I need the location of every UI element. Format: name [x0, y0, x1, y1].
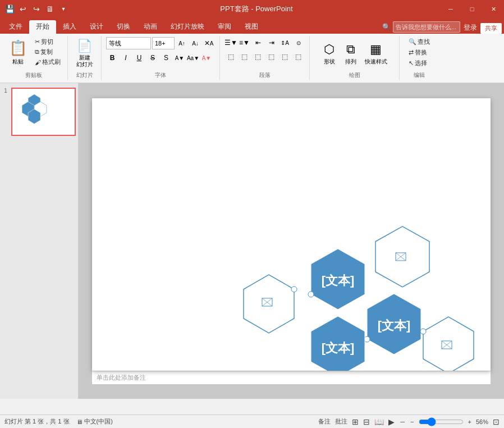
shadow-button[interactable]: S	[160, 52, 172, 63]
strikethrough-button[interactable]: S	[146, 52, 159, 63]
paste-icon: 📋	[9, 39, 27, 57]
find-button[interactable]: 🔍 查找	[406, 37, 432, 47]
drawing-content: ⬡ 形状 ⧉ 排列 ▦ 快速样式	[320, 37, 389, 70]
text-direction-button[interactable]: ⇕A	[279, 37, 291, 48]
replace-button[interactable]: ⇄ 替换	[406, 48, 429, 57]
underline-button[interactable]: U	[133, 52, 145, 63]
quick-style-button[interactable]: ▦ 快速样式	[363, 40, 389, 67]
justify-button[interactable]: ⬚	[265, 51, 278, 62]
redo-icon[interactable]: ↪	[31, 4, 42, 14]
cut-button[interactable]: ✂ 剪切	[33, 37, 63, 47]
edit-group: 🔍 查找 ⇄ 替换 ↖ 选择 编辑	[400, 36, 439, 80]
comments-button[interactable]: 批注	[335, 417, 347, 426]
shapes-label: 形状	[324, 58, 335, 66]
decrease-indent-button[interactable]: ⇤	[252, 37, 264, 48]
restore-button[interactable]: □	[466, 3, 478, 15]
reading-view-icon[interactable]: 📖	[374, 417, 384, 426]
align-center-button[interactable]: ⬚	[239, 51, 251, 62]
svg-text:[文本]: [文本]	[322, 341, 355, 355]
svg-point-8	[291, 286, 297, 292]
zoom-slider[interactable]	[419, 417, 464, 426]
notes-area[interactable]: 单击此处添加备注	[92, 371, 491, 384]
undo-icon[interactable]: ↩	[18, 4, 28, 14]
increase-indent-button[interactable]: ⇥	[265, 37, 278, 48]
tab-file[interactable]: 文件	[2, 20, 29, 34]
monitor-icon[interactable]: 🖥	[45, 4, 55, 14]
dropdown-icon[interactable]: ▼	[58, 4, 68, 14]
clear-format-button[interactable]: ✕A	[203, 38, 215, 49]
tab-design[interactable]: 设计	[83, 20, 110, 34]
zoom-separator: ─	[400, 418, 405, 425]
paste-button[interactable]: 📋 粘贴	[4, 37, 31, 68]
font-case-button[interactable]: Aa▼	[187, 52, 199, 63]
tab-animations[interactable]: 动画	[137, 20, 164, 34]
slide-sorter-icon[interactable]: ⊟	[363, 417, 370, 426]
slide-info: 幻灯片 第 1 张，共 1 张	[4, 417, 70, 426]
slide-thumbnail[interactable]	[11, 88, 76, 136]
clipboard-group-label: 剪贴板	[25, 70, 42, 79]
font-row-1: A↑ A↓ ✕A	[106, 37, 215, 49]
shapes-button[interactable]: ⬡ 形状	[320, 40, 338, 67]
align-left-button[interactable]: ⬚	[225, 51, 237, 62]
tab-transitions[interactable]: 切换	[110, 20, 137, 34]
notes-button[interactable]: 备注	[318, 417, 331, 426]
tab-review[interactable]: 审阅	[211, 20, 238, 34]
main-area: 1	[0, 83, 504, 399]
drawing-group-label: 绘图	[349, 70, 360, 79]
decrease-font-button[interactable]: A↓	[189, 38, 201, 49]
italic-button[interactable]: I	[120, 52, 132, 63]
bullet-list-button[interactable]: ☰▼	[225, 37, 237, 48]
format-painter-button[interactable]: 🖌 格式刷	[33, 57, 63, 67]
paste-label: 粘贴	[12, 58, 24, 66]
find-label: 查找	[418, 38, 430, 46]
drawing-group: ⬡ 形状 ⧉ 排列 ▦ 快速样式 绘图	[310, 36, 400, 80]
arrange-icon: ⧉	[346, 42, 355, 57]
align-right-button[interactable]: ⬚	[252, 51, 264, 62]
search-input[interactable]	[393, 21, 460, 33]
font-size-input[interactable]	[152, 37, 175, 49]
title-bar: 💾 ↩ ↪ 🖥 ▼ PPT套路 - PowerPoint ─ □ ✕	[0, 0, 504, 18]
zoom-level[interactable]: 56%	[476, 418, 488, 425]
minimize-button[interactable]: ─	[445, 3, 457, 15]
edit-content: 🔍 查找 ⇄ 替换 ↖ 选择	[406, 37, 432, 70]
slide-svg: [文本] [文本]	[92, 98, 491, 371]
zoom-in-button[interactable]: +	[468, 418, 471, 425]
tab-view[interactable]: 视图	[238, 20, 265, 34]
select-button[interactable]: ↖ 选择	[406, 58, 429, 68]
slide-thumb-container: 1	[2, 88, 76, 136]
tab-slideshow[interactable]: 幻灯片放映	[164, 20, 211, 34]
normal-view-icon[interactable]: ⊞	[352, 417, 359, 426]
status-bar: 幻灯片 第 1 张，共 1 张 🖥 中文(中国) 备注 批注 ⊞ ⊟ 📖 ▶ ─…	[0, 415, 504, 428]
close-button[interactable]: ✕	[487, 3, 500, 15]
copy-button[interactable]: ⧉ 复制	[33, 47, 63, 57]
columns-button[interactable]: ⬚	[279, 51, 291, 62]
bold-button[interactable]: B	[106, 52, 118, 63]
quick-style-icon: ▦	[370, 42, 382, 57]
font-color-button[interactable]: A▼	[173, 52, 186, 63]
slide-number: 1	[2, 88, 9, 136]
convert-smartart-button[interactable]: ⊙	[292, 37, 305, 48]
paragraph-content: ☰▼ ≡▼ ⇤ ⇥ ⇕A ⊙ ⬚ ⬚ ⬚ ⬚ ⬚ ⬚	[225, 37, 305, 70]
replace-icon: ⇄	[409, 49, 414, 56]
new-slide-button[interactable]: 📄 新建幻灯片	[74, 37, 96, 70]
font-highlight-button[interactable]: A▼	[200, 52, 213, 63]
slideshow-icon[interactable]: ▶	[388, 417, 395, 426]
tab-insert[interactable]: 插入	[56, 20, 83, 34]
paragraph-group: ☰▼ ≡▼ ⇤ ⇥ ⇕A ⊙ ⬚ ⬚ ⬚ ⬚ ⬚ ⬚ 段落	[220, 36, 310, 80]
slide-panel: 1	[0, 83, 79, 399]
tab-home[interactable]: 开始	[29, 20, 56, 34]
numbered-list-button[interactable]: ≡▼	[239, 37, 251, 48]
increase-font-button[interactable]: A↑	[176, 38, 188, 49]
share-button[interactable]: 共享	[480, 23, 502, 34]
zoom-out-button[interactable]: −	[410, 418, 414, 425]
font-name-input[interactable]	[106, 37, 151, 49]
login-button[interactable]: 登录	[460, 22, 480, 34]
save-icon[interactable]: 💾	[4, 4, 15, 14]
arrange-button[interactable]: ⧉ 排列	[342, 40, 360, 67]
slide-canvas[interactable]: [文本] [文本]	[92, 98, 491, 371]
quick-style-label: 快速样式	[365, 58, 387, 66]
line-spacing-button[interactable]: ⬚	[292, 51, 305, 62]
fit-slide-button[interactable]: ⊡	[493, 417, 500, 426]
font-content: A↑ A↓ ✕A B I U S S A▼ Aa▼ A▼	[106, 37, 215, 70]
replace-label: 替换	[415, 48, 427, 57]
